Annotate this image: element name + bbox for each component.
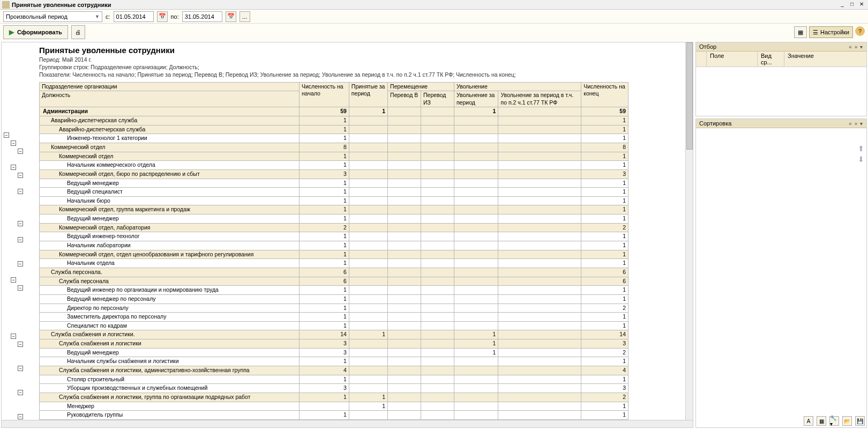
tree-collapse-icon[interactable]: −	[18, 342, 23, 347]
table-row[interactable]: Аварийно-диспетчерская служба11	[40, 125, 628, 134]
font-button[interactable]: A	[804, 416, 813, 426]
tree-collapse-icon[interactable]: −	[18, 261, 23, 267]
table-row[interactable]: Начальник коммерческого отдела11	[40, 161, 628, 170]
table-row[interactable]: Руководитель группы11	[40, 411, 628, 420]
tree-collapse-icon[interactable]: −	[18, 237, 23, 242]
tree-collapse-icon[interactable]: −	[18, 366, 23, 371]
filter-col-field[interactable]: Поле	[707, 51, 758, 66]
open-button[interactable]: 📂	[842, 416, 852, 426]
table-row[interactable]: Столяр строительный11	[40, 375, 628, 384]
table-row[interactable]: Коммерческий отдел, группа маркетинга и …	[40, 205, 628, 214]
horizontal-scrollbar[interactable]	[2, 420, 693, 427]
tree-collapse-icon[interactable]: −	[11, 140, 16, 146]
app-icon	[2, 1, 10, 9]
col-position: Должность	[40, 91, 300, 107]
table-row[interactable]: Ведущий инженер-технолог11	[40, 232, 628, 241]
tree-collapse-icon[interactable]: −	[18, 149, 23, 154]
report-indicators: Показатели: Численность на начало; Приня…	[39, 71, 693, 78]
action-toolbar: ▶ Сформировать 🖨 ▦ ☰ Настройки ?	[0, 24, 868, 41]
period-toolbar: Произвольный период ▼ с: 01.05.2014 📅 по…	[0, 10, 868, 24]
tree-collapse-icon[interactable]: −	[18, 414, 23, 419]
period-mode-combo[interactable]: Произвольный период ▼	[3, 11, 102, 22]
table-row[interactable]: Аварийно-диспетчерская служба11	[40, 116, 628, 125]
table-row[interactable]: Коммерческий отдел, бюро по распределени…	[40, 169, 628, 179]
tree-collapse-icon[interactable]: −	[11, 277, 16, 283]
table-row[interactable]: Служба персонала66	[40, 277, 628, 286]
settings-button[interactable]: ☰ Настройки	[809, 26, 853, 38]
panel-expand-icon[interactable]: « » ▾	[849, 44, 863, 50]
print-button[interactable]: 🖨	[71, 25, 85, 39]
table-row[interactable]: Коммерческий отдел, лаборатория22	[40, 223, 628, 232]
filter-col-cmp[interactable]: Вид ср...	[758, 51, 784, 66]
table-row[interactable]: Служба снабжения и логистики313	[40, 339, 628, 349]
table-row[interactable]: Коммерческий отдел88	[40, 143, 628, 152]
vertical-scrollbar[interactable]	[685, 42, 693, 427]
tree-collapse-icon[interactable]: −	[18, 221, 23, 226]
col-tin: Перевод В	[388, 91, 421, 107]
table-row[interactable]: Служба снабжения и логистики, администра…	[40, 366, 628, 375]
filter-col-val[interactable]: Значение	[784, 51, 866, 66]
settings-icon: ☰	[813, 29, 818, 36]
maximize-button[interactable]: □	[848, 1, 856, 9]
table-row[interactable]: Служба снабжения и логистики.141114	[40, 330, 628, 339]
move-down-icon[interactable]: ⬇	[858, 155, 864, 164]
layout-button[interactable]: ▦	[794, 26, 807, 38]
tree-collapse-icon[interactable]: −	[4, 132, 9, 138]
save-button[interactable]: 💾	[855, 416, 865, 426]
period-mode-value: Произвольный период	[6, 13, 68, 20]
table-row[interactable]: Заместитель директора по персоналу11	[40, 313, 628, 322]
tree-collapse-icon[interactable]: −	[11, 334, 16, 339]
tree-collapse-icon[interactable]: −	[18, 390, 23, 395]
tree-collapse-icon[interactable]: −	[18, 173, 23, 178]
date-from-calendar-button[interactable]: 📅	[157, 11, 168, 22]
period-picker-button[interactable]: ...	[240, 11, 250, 22]
table-row[interactable]: Ведущий инженер по организации и нормиро…	[40, 286, 628, 295]
table-row[interactable]: Коммерческий отдел, отдел ценообразовани…	[40, 250, 628, 259]
printer-icon: 🖨	[75, 29, 81, 35]
layout-mode-button[interactable]: ▦	[817, 416, 826, 426]
move-up-icon[interactable]: ⬆	[858, 144, 864, 153]
config-button[interactable]: 🔧▾	[829, 416, 839, 426]
tree-collapse-icon[interactable]: −	[18, 285, 23, 291]
table-row[interactable]: Служба персонала.66	[40, 268, 628, 277]
panel-expand-icon[interactable]: « » ▾	[849, 121, 863, 127]
col-dis77: Увольнение за период в т.ч. по п.2 ч.1 с…	[498, 91, 581, 107]
table-row[interactable]: Ведущий специалист11	[40, 188, 628, 197]
report-title: Принятые уволенные сотрудники	[39, 42, 693, 56]
table-row[interactable]: Ведущий менеджер11	[40, 179, 628, 188]
table-row[interactable]: Начальник бюро11	[40, 196, 628, 205]
table-row[interactable]: Ведущий менеджер312	[40, 348, 628, 357]
play-icon: ▶	[9, 28, 14, 36]
date-to-calendar-button[interactable]: 📅	[226, 11, 236, 22]
table-row[interactable]: Менеджер11	[40, 402, 628, 411]
col-reloc: Перемещение	[388, 82, 454, 91]
table-row[interactable]: Инженер-технолог 1 категории11	[40, 134, 628, 143]
date-from-input[interactable]: 01.05.2014	[114, 11, 154, 22]
table-row[interactable]: Коммерческий отдел11	[40, 152, 628, 161]
titlebar: Принятые уволенные сотрудники _ □ ✕	[0, 0, 868, 10]
table-row[interactable]: Специалист по кадрам11	[40, 321, 628, 330]
report-grouping: Группировки строк: Подразделение организ…	[39, 63, 693, 71]
report-area[interactable]: Принятые уволенные сотрудники Период: Ма…	[1, 42, 693, 428]
table-row[interactable]: Начальник лаборатории11	[40, 241, 628, 250]
filter-panel: Отбор « » ▾ Поле Вид ср... Значение	[695, 42, 867, 116]
tree-collapse-icon[interactable]: −	[18, 189, 23, 194]
table-row[interactable]: Администрации591159	[40, 107, 628, 116]
table-row[interactable]: Уборщик производственных и служебных пом…	[40, 384, 628, 393]
date-to-input[interactable]: 31.05.2014	[182, 11, 222, 22]
col-dismiss: Увольнение	[454, 82, 581, 91]
table-row[interactable]: Начальник отдела11	[40, 259, 628, 268]
generate-button[interactable]: ▶ Сформировать	[3, 25, 68, 39]
close-button[interactable]: ✕	[857, 1, 866, 9]
sort-panel: Сортировка « » ▾ ⬆ ⬇	[695, 119, 867, 428]
table-row[interactable]: Директор по персоналу12	[40, 304, 628, 313]
table-row[interactable]: Ведущий менеджер11	[40, 214, 628, 224]
tree-collapse-icon[interactable]: −	[11, 165, 16, 170]
table-row[interactable]: Ведущий менеджер по персоналу11	[40, 294, 628, 304]
table-row[interactable]: Начальник службы снабжения и логистики11	[40, 357, 628, 366]
col-end: Численность на конец	[581, 82, 628, 107]
table-row[interactable]: Служба снабжения и логистики, группа по …	[40, 393, 628, 402]
help-button[interactable]: ?	[855, 26, 865, 36]
settings-label: Настройки	[820, 29, 849, 35]
minimize-button[interactable]: _	[838, 1, 847, 9]
